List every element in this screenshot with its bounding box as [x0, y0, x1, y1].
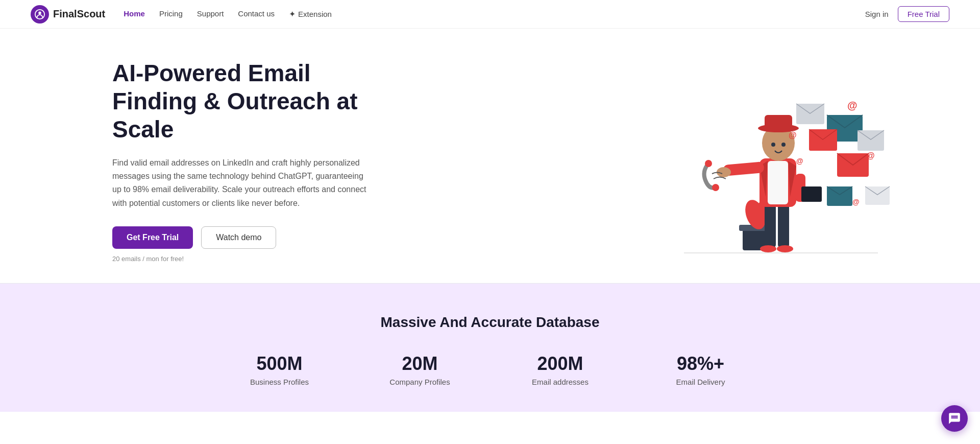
svg-point-19	[712, 184, 719, 191]
stat-item-business: 500M Business Profiles	[209, 353, 350, 386]
svg-point-23	[771, 143, 775, 147]
free-trial-nav-button[interactable]: Free Trial	[898, 6, 949, 22]
hero-note: 20 emails / mon for free!	[112, 255, 398, 263]
nav-link-extension[interactable]: ✦ Extension	[289, 9, 332, 19]
stats-grid: 500M Business Profiles 20M Company Profi…	[209, 353, 771, 386]
nav-item-home[interactable]: Home	[124, 9, 145, 19]
extension-icon: ✦	[289, 9, 296, 19]
hero-content: AI-Powered Email Finding & Outreach at S…	[112, 59, 398, 263]
svg-rect-31	[801, 186, 822, 202]
svg-rect-29	[827, 186, 852, 206]
nav-item-contact[interactable]: Contact us	[238, 9, 275, 19]
stats-section: Massive And Accurate Database 500M Busin…	[0, 284, 980, 412]
stat-number-emails: 200M	[500, 353, 620, 375]
navbar: FinalScout Home Pricing Support Contact …	[0, 0, 980, 29]
svg-rect-7	[765, 202, 776, 248]
hero-description: Find valid email addresses on LinkedIn a…	[112, 156, 368, 211]
nav-link-contact[interactable]: Contact us	[238, 9, 275, 18]
hero-section: AI-Powered Email Finding & Outreach at S…	[0, 29, 980, 283]
svg-text:@: @	[847, 100, 857, 111]
svg-point-24	[781, 143, 786, 147]
svg-text:@: @	[867, 151, 875, 160]
nav-link-support[interactable]: Support	[197, 9, 224, 18]
nav-right: Sign in Free Trial	[865, 6, 949, 22]
hero-title: AI-Powered Email Finding & Outreach at S…	[112, 59, 398, 144]
stat-label-emails: Email addresses	[500, 378, 620, 386]
svg-text:@: @	[852, 198, 860, 206]
get-free-trial-button[interactable]: Get Free Trial	[112, 226, 193, 249]
stat-label-business: Business Profiles	[219, 378, 339, 386]
stat-number-business: 500M	[219, 353, 339, 375]
stat-number-company: 20M	[360, 353, 480, 375]
watch-demo-button[interactable]: Watch demo	[201, 226, 276, 249]
svg-point-18	[705, 160, 712, 167]
svg-rect-12	[768, 161, 788, 204]
svg-rect-22	[765, 115, 792, 130]
nav-link-home[interactable]: Home	[124, 9, 145, 18]
svg-point-1	[38, 11, 41, 14]
svg-point-9	[760, 245, 776, 252]
brand-name: FinalScout	[53, 8, 105, 20]
logo[interactable]: FinalScout	[31, 5, 105, 24]
nav-link-pricing[interactable]: Pricing	[159, 9, 183, 18]
svg-text:@: @	[789, 131, 797, 139]
nav-links: Home Pricing Support Contact us ✦ Extens…	[124, 9, 332, 19]
stat-number-delivery: 98%+	[641, 353, 761, 375]
stat-item-company: 20M Company Profiles	[350, 353, 490, 386]
svg-text:@: @	[796, 157, 803, 165]
svg-point-10	[777, 245, 793, 252]
sign-in-link[interactable]: Sign in	[865, 10, 889, 18]
nav-item-support[interactable]: Support	[197, 9, 224, 19]
stats-title: Massive And Accurate Database	[10, 314, 970, 331]
stat-item-delivery: 98%+ Email Delivery	[630, 353, 771, 386]
logo-icon	[31, 5, 49, 24]
stat-item-emails: 200M Email addresses	[490, 353, 630, 386]
svg-rect-8	[778, 202, 789, 248]
hero-illustration: @ @ @ @ @	[653, 64, 898, 258]
hero-svg: @ @ @ @ @	[653, 64, 898, 258]
nav-item-extension[interactable]: ✦ Extension	[289, 9, 332, 19]
stat-label-delivery: Email Delivery	[641, 378, 761, 386]
stat-label-company: Company Profiles	[360, 378, 480, 386]
hero-buttons: Get Free Trial Watch demo	[112, 226, 398, 249]
nav-item-pricing[interactable]: Pricing	[159, 9, 183, 19]
nav-left: FinalScout Home Pricing Support Contact …	[31, 5, 332, 24]
